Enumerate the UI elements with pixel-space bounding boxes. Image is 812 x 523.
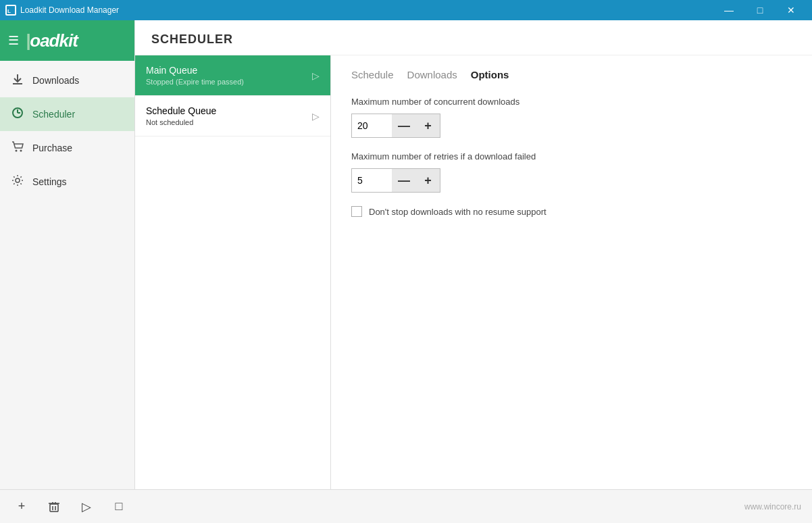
queue-item-schedule-name: Schedule Queue: [146, 105, 312, 116]
svg-text:L: L: [7, 8, 11, 14]
logo: |oadkit: [26, 30, 78, 51]
queue-item-main-status: Stopped (Expire time passed): [146, 78, 312, 86]
scheduler-icon: [11, 107, 24, 122]
minimize-button[interactable]: —: [713, 0, 744, 20]
queue-play-icon-main[interactable]: ▷: [312, 70, 320, 81]
sidebar-purchase-label: Purchase: [32, 143, 72, 153]
max-retries-decrease[interactable]: —: [392, 168, 416, 193]
delete-button[interactable]: [43, 496, 65, 518]
watermark: www.wincore.ru: [744, 502, 801, 512]
no-resume-row: Don't stop downloads with no resume supp…: [351, 206, 792, 217]
sidebar-nav: Downloads Scheduler: [0, 61, 134, 489]
add-button[interactable]: +: [11, 496, 32, 518]
max-retries-label: Maximum number of retries if a download …: [351, 151, 792, 161]
max-concurrent-label: Maximum number of concurrent downloads: [351, 97, 792, 107]
max-concurrent-decrease[interactable]: —: [392, 114, 416, 138]
max-retries-increase[interactable]: +: [416, 168, 440, 193]
queue-item-main-info: Main Queue Stopped (Expire time passed): [146, 65, 312, 86]
queue-item-schedule-info: Schedule Queue Not scheduled: [146, 105, 312, 126]
sidebar-item-purchase[interactable]: Purchase: [0, 131, 134, 165]
main-content: SCHEDULER Main Queue Stopped (Expire tim…: [135, 20, 812, 489]
max-concurrent-control: — +: [351, 114, 792, 138]
app-icon: L: [5, 5, 16, 16]
queue-play-icon-schedule[interactable]: ▷: [312, 111, 320, 122]
sidebar-item-downloads[interactable]: Downloads: [0, 64, 134, 97]
stop-button[interactable]: □: [108, 496, 130, 518]
tabs: Schedule Downloads Options: [351, 69, 792, 83]
delete-icon: [48, 501, 60, 513]
max-concurrent-input[interactable]: [351, 114, 392, 138]
settings-icon: [11, 174, 24, 189]
options-panel: Schedule Downloads Options Maximum numbe…: [331, 55, 812, 489]
app-body: ☰ |oadkit Downloads: [0, 20, 812, 523]
play-icon: ▷: [82, 499, 91, 514]
add-icon: +: [18, 499, 26, 514]
hamburger-icon[interactable]: ☰: [8, 33, 19, 48]
sidebar-item-scheduler[interactable]: Scheduler: [0, 97, 134, 131]
queue-item-schedule-status: Not scheduled: [146, 118, 312, 126]
stop-icon: □: [116, 499, 123, 514]
svg-point-7: [16, 150, 18, 152]
app-title: Loadkit Download Manager: [20, 5, 119, 15]
max-retries-section: Maximum number of retries if a download …: [351, 151, 792, 193]
page-header: SCHEDULER: [135, 20, 812, 55]
queue-item-main-name: Main Queue: [146, 65, 312, 76]
titlebar-left: L Loadkit Download Manager: [5, 5, 119, 16]
download-icon: [11, 73, 24, 88]
tab-downloads[interactable]: Downloads: [407, 69, 457, 83]
queue-item-schedule[interactable]: Schedule Queue Not scheduled ▷: [135, 96, 330, 136]
two-panel: Main Queue Stopped (Expire time passed) …: [135, 55, 812, 489]
queue-panel: Main Queue Stopped (Expire time passed) …: [135, 55, 331, 489]
svg-point-8: [20, 150, 22, 152]
tab-schedule[interactable]: Schedule: [351, 69, 394, 83]
queue-item-main[interactable]: Main Queue Stopped (Expire time passed) …: [135, 55, 330, 96]
svg-rect-10: [50, 504, 58, 512]
sidebar-header: ☰ |oadkit: [0, 20, 134, 61]
play-button[interactable]: ▷: [76, 496, 97, 518]
page-title: SCHEDULER: [151, 32, 233, 46]
max-retries-input[interactable]: [351, 168, 392, 193]
no-resume-label: Don't stop downloads with no resume supp…: [369, 207, 547, 217]
window-controls: — □ ✕: [713, 0, 807, 20]
tab-options[interactable]: Options: [471, 69, 509, 83]
svg-point-9: [16, 178, 20, 182]
content-area: ☰ |oadkit Downloads: [0, 20, 812, 489]
no-resume-checkbox[interactable]: [351, 206, 362, 217]
close-button[interactable]: ✕: [776, 0, 807, 20]
maximize-button[interactable]: □: [744, 0, 776, 20]
sidebar-settings-label: Settings: [32, 176, 67, 187]
sidebar-downloads-label: Downloads: [32, 75, 79, 86]
max-retries-control: — +: [351, 168, 792, 193]
max-concurrent-section: Maximum number of concurrent downloads —…: [351, 97, 792, 138]
titlebar: L Loadkit Download Manager — □ ✕: [0, 0, 812, 20]
sidebar-item-settings[interactable]: Settings: [0, 165, 134, 199]
purchase-icon: [11, 141, 24, 155]
sidebar-scheduler-label: Scheduler: [32, 109, 75, 120]
bottom-toolbar: + ▷ □ www.wincore.ru: [0, 489, 812, 523]
sidebar: ☰ |oadkit Downloads: [0, 20, 135, 489]
max-concurrent-increase[interactable]: +: [416, 114, 440, 138]
